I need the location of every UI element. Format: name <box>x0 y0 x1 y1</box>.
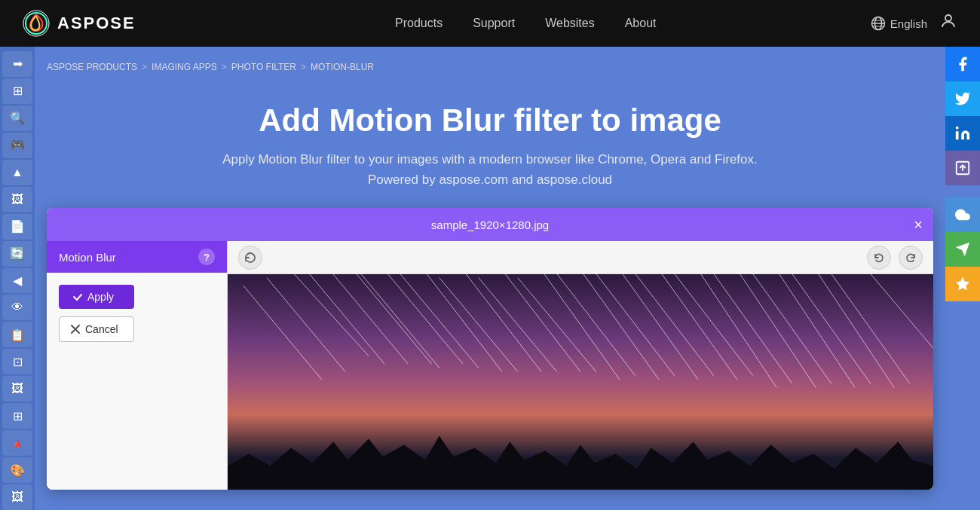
breadcrumb-motion-blur[interactable]: MOTION-BLUR <box>311 62 374 72</box>
svg-line-17 <box>463 274 541 371</box>
announce-icon <box>954 241 971 258</box>
sidebar-btn-12[interactable]: 🖼 <box>2 376 32 402</box>
svg-line-18 <box>502 274 580 371</box>
svg-line-30 <box>400 274 479 368</box>
breadcrumb-photo-filter[interactable]: PHOTO FILTER <box>231 62 296 72</box>
filter-header: Motion Blur ? <box>47 241 227 273</box>
cancel-button[interactable]: Cancel <box>59 316 134 342</box>
viewer-topbar: sample_1920×1280.jpg × <box>47 208 933 241</box>
app-body: Motion Blur ? Apply Cancel <box>47 241 933 490</box>
sidebar-btn-14[interactable]: 🔺 <box>2 430 32 456</box>
refresh-button[interactable] <box>238 246 262 270</box>
twitter-button[interactable] <box>945 81 980 116</box>
cloud-icon <box>954 206 971 223</box>
apply-button[interactable]: Apply <box>59 285 134 309</box>
sidebar-btn-7[interactable]: 🔄 <box>2 241 32 267</box>
facebook-button[interactable] <box>945 47 980 81</box>
language-selector[interactable]: English <box>871 16 927 31</box>
nav-links: Products Support Websites About <box>181 17 871 30</box>
cloud-button[interactable] <box>945 197 980 232</box>
sidebar-btn-8[interactable]: ◀ <box>2 268 32 294</box>
viewer-close-button[interactable]: × <box>914 217 923 232</box>
sidebar-btn-5[interactable]: 🖼 <box>2 187 32 212</box>
sidebar-btn-1[interactable]: ⊞ <box>2 78 32 104</box>
svg-line-25 <box>776 274 855 387</box>
breadcrumb-aspose-products[interactable]: ASPOSE PRODUCTS <box>47 62 137 72</box>
svg-line-28 <box>243 286 322 380</box>
logo-text: ASPOSE <box>57 14 136 33</box>
breadcrumb: ASPOSE PRODUCTS > IMAGING APPS > PHOTO F… <box>35 54 945 80</box>
svg-line-15 <box>384 274 463 364</box>
top-navigation: ASPOSE Products Support Websites About E… <box>0 0 980 47</box>
svg-line-12 <box>329 274 408 364</box>
breadcrumb-imaging-apps[interactable]: IMAGING APPS <box>152 62 217 72</box>
filter-actions: Apply Cancel <box>47 273 227 354</box>
user-icon[interactable] <box>939 12 957 35</box>
nav-products[interactable]: Products <box>395 17 443 30</box>
svg-line-34 <box>557 274 635 376</box>
sidebar-btn-13[interactable]: ⊞ <box>2 403 32 429</box>
sidebar-btn-15[interactable]: 🎨 <box>2 457 32 483</box>
svg-line-24 <box>737 274 816 387</box>
refresh-icon <box>244 252 256 264</box>
redo-button[interactable] <box>899 246 923 270</box>
redo-icon <box>905 252 917 264</box>
sidebar-btn-9[interactable]: 👁 <box>2 295 32 320</box>
filter-help-button[interactable]: ? <box>198 249 215 265</box>
sidebar-btn-3[interactable]: 🎮 <box>2 133 32 158</box>
svg-line-40 <box>792 274 871 383</box>
right-sidebar <box>945 47 980 301</box>
sidebar-btn-10[interactable]: 📋 <box>2 322 32 347</box>
share-icon <box>954 160 971 176</box>
filter-title: Motion Blur <box>59 251 116 264</box>
breadcrumb-sep-3: > <box>301 62 306 72</box>
undo-icon <box>873 252 885 264</box>
svg-line-38 <box>714 274 792 383</box>
star-button[interactable] <box>945 267 980 301</box>
announce-button[interactable] <box>945 232 980 267</box>
svg-rect-7 <box>956 131 959 139</box>
viewer-toolbar <box>228 241 933 274</box>
logo[interactable]: ASPOSE <box>23 10 136 37</box>
image-preview <box>228 274 933 490</box>
svg-line-19 <box>541 274 620 380</box>
app-panel: sample_1920×1280.jpg × Motion Blur ? App… <box>47 208 933 490</box>
linkedin-icon <box>954 125 971 142</box>
svg-line-31 <box>439 278 518 372</box>
nav-websites[interactable]: Websites <box>545 17 595 30</box>
svg-line-32 <box>479 278 557 372</box>
svg-line-36 <box>635 274 714 376</box>
sidebar-btn-11[interactable]: ⊡ <box>2 349 32 374</box>
globe-icon <box>871 16 886 31</box>
undo-button[interactable] <box>867 246 891 270</box>
sidebar-btn-4[interactable]: ▲ <box>2 160 32 185</box>
breadcrumb-sep-1: > <box>142 62 147 72</box>
sidebar-btn-6[interactable]: 📄 <box>2 214 32 240</box>
nav-about[interactable]: About <box>625 17 657 30</box>
svg-line-11 <box>306 274 384 364</box>
svg-line-23 <box>698 274 776 387</box>
svg-line-26 <box>816 274 894 387</box>
svg-line-13 <box>353 274 431 364</box>
nav-right: English <box>871 12 957 35</box>
main-content: ASPOSE PRODUCTS > IMAGING APPS > PHOTO F… <box>35 47 945 490</box>
language-label: English <box>890 17 927 30</box>
share-button[interactable] <box>945 151 980 185</box>
image-viewer <box>228 241 933 490</box>
filter-panel: Motion Blur ? Apply Cancel <box>47 241 228 490</box>
svg-line-35 <box>596 274 675 376</box>
hero-section: Add Motion Blur filter to image Apply Mo… <box>35 80 945 208</box>
linkedin-button[interactable] <box>945 116 980 151</box>
svg-line-41 <box>831 274 910 383</box>
svg-line-14 <box>290 274 369 356</box>
svg-line-22 <box>659 274 737 380</box>
sidebar-btn-16[interactable]: 🖼 <box>2 484 32 510</box>
svg-line-29 <box>361 274 439 368</box>
breadcrumb-sep-2: > <box>222 62 227 72</box>
twitter-icon <box>954 90 971 107</box>
sidebar-btn-2[interactable]: 🔍 <box>2 105 32 131</box>
nav-support[interactable]: Support <box>473 17 515 30</box>
star-icon <box>954 276 971 292</box>
sidebar-btn-0[interactable]: ➡ <box>2 51 32 77</box>
svg-point-8 <box>956 127 959 130</box>
